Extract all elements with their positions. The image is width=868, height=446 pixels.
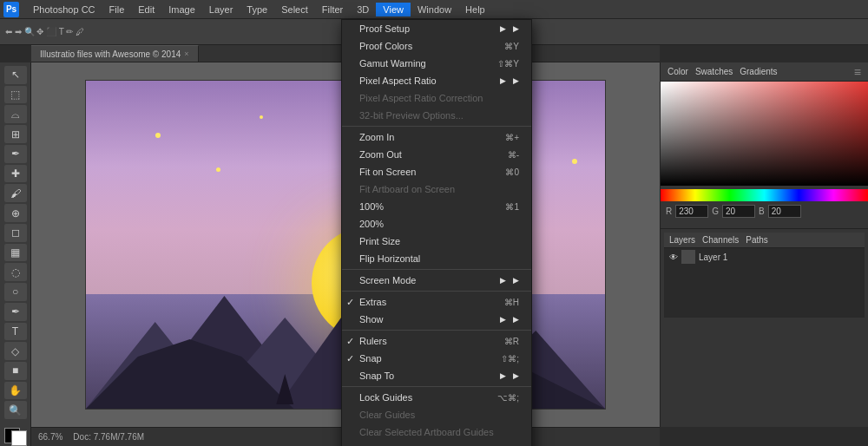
menu-item-label-snap: Snap: [359, 353, 501, 364]
menu-shortcut-rulers: ⌘R: [504, 337, 519, 346]
menu-item-screen-mode[interactable]: Screen Mode▶: [342, 272, 531, 289]
menu-item-label-200percent: 200%: [359, 219, 519, 229]
toolbar-breadcrumb: ⬅ ➡ 🔍 ✥ ⬛ T ✏ 🖊: [5, 27, 84, 36]
type-tool[interactable]: T: [4, 323, 27, 341]
move-tool[interactable]: ↖: [4, 66, 27, 84]
close-tab-button[interactable]: ×: [184, 49, 188, 58]
doc-info: Doc: 7.76M/7.76M: [73, 432, 144, 442]
menu-item-pixel-aspect-ratio-correction: Pixel Aspect Ratio Correction: [342, 89, 531, 107]
menu-separator: [342, 126, 531, 127]
menu-item-3d[interactable]: 3D: [350, 3, 376, 16]
menu-item-label-gamut-warning: Gamut Warning: [359, 58, 497, 69]
menu-separator: [342, 386, 531, 387]
menu-item-200percent[interactable]: 200%: [342, 215, 531, 233]
foreground-bg-colors[interactable]: [4, 428, 27, 446]
hand-tool[interactable]: ✋: [4, 382, 27, 400]
g-input[interactable]: [722, 205, 755, 218]
menu-item-select[interactable]: Select: [274, 3, 315, 16]
menu-item-zoom-in[interactable]: Zoom In⌘+: [342, 128, 531, 146]
menu-item-proof-setup[interactable]: Proof Setup▶: [342, 20, 531, 37]
menu-item-label-pixel-aspect-ratio-correction: Pixel Aspect Ratio Correction: [359, 93, 519, 103]
menu-item-ps[interactable]: Photoshop CC: [26, 3, 102, 16]
menu-item-print-size[interactable]: Print Size: [342, 233, 531, 250]
menu-item-gamut-warning[interactable]: Gamut Warning⇧⌘Y: [342, 55, 531, 72]
star: [155, 133, 161, 138]
layers-tab[interactable]: Layers: [669, 235, 695, 245]
menu-item-help[interactable]: Help: [458, 3, 492, 16]
menu-item-file[interactable]: File: [102, 3, 132, 16]
gradient-tool[interactable]: ▦: [4, 244, 27, 262]
menu-item-label-fit-on-screen: Fit on Screen: [359, 167, 505, 177]
layers-panel-area: Layers Channels Paths 👁 Layer 1: [661, 228, 868, 321]
submenu-arrow-show: ▶: [500, 315, 506, 324]
menu-item-lock-guides[interactable]: Lock Guides⌥⌘;: [342, 389, 531, 406]
menu-item-extras[interactable]: Extras⌘H: [342, 293, 531, 311]
menu-item-100percent[interactable]: 100%⌘1: [342, 198, 531, 215]
star: [216, 167, 220, 172]
menu-item-rulers[interactable]: Rulers⌘R: [342, 332, 531, 350]
eraser-tool[interactable]: ◻: [4, 224, 27, 242]
menu-item-show[interactable]: Show▶: [342, 311, 531, 328]
shape-tool[interactable]: ■: [4, 362, 27, 380]
paths-tab[interactable]: Paths: [746, 235, 768, 245]
menu-item-snap-to[interactable]: Snap To▶: [342, 367, 531, 384]
menu-item-type[interactable]: Type: [240, 3, 274, 16]
menu-item-label-show: Show: [359, 314, 496, 325]
menu-item-edit[interactable]: Edit: [131, 3, 161, 16]
menu-item-label-zoom-in: Zoom In: [359, 132, 505, 142]
menu-shortcut-gamut-warning: ⇧⌘Y: [497, 59, 519, 69]
submenu-arrow-pixel-aspect-ratio: ▶: [500, 76, 506, 85]
zoom-tool[interactable]: 🔍: [4, 401, 27, 419]
menu-item-label-print-size: Print Size: [359, 236, 519, 246]
menu-bar: Ps Photoshop CC File Edit Image Layer Ty…: [0, 0, 868, 19]
path-tool[interactable]: ◇: [4, 342, 27, 360]
brush-tool[interactable]: 🖌: [4, 184, 27, 202]
channels-tab[interactable]: Channels: [702, 235, 739, 245]
menu-item-zoom-out[interactable]: Zoom Out⌘-: [342, 146, 531, 163]
menu-shortcut-lock-guides: ⌥⌘;: [497, 393, 519, 403]
menu-item-label-snap-to: Snap To: [359, 371, 496, 381]
menu-item-filter[interactable]: Filter: [315, 3, 350, 16]
menu-item-image[interactable]: Image: [161, 3, 202, 16]
menu-item-fit-on-screen[interactable]: Fit on Screen⌘0: [342, 163, 531, 180]
menu-item-proof-colors[interactable]: Proof Colors⌘Y: [342, 37, 531, 55]
dodge-tool[interactable]: ○: [4, 283, 27, 301]
menu-item-pixel-aspect-ratio[interactable]: Pixel Aspect Ratio▶: [342, 72, 531, 89]
swatches-tab[interactable]: Swatches: [695, 67, 733, 76]
select-tool[interactable]: ⬚: [4, 86, 27, 104]
pen-tool[interactable]: ✒: [4, 303, 27, 321]
menu-item-view[interactable]: View: [376, 3, 411, 16]
healing-tool[interactable]: ✚: [4, 165, 27, 183]
layer-item[interactable]: 👁 Layer 1: [664, 248, 865, 266]
hue-slider[interactable]: [661, 189, 868, 201]
menu-item-label-proof-setup: Proof Setup: [359, 23, 496, 34]
eyedropper-tool[interactable]: ✒: [4, 145, 27, 163]
panel-menu-icon[interactable]: ≡: [854, 65, 861, 79]
blur-tool[interactable]: ◌: [4, 263, 27, 281]
lasso-tool[interactable]: ⌓: [4, 105, 27, 123]
menu-item-window[interactable]: Window: [411, 3, 458, 16]
color-picker-gradient[interactable]: [661, 82, 868, 186]
b-label: B: [759, 207, 765, 216]
clone-tool[interactable]: ⊕: [4, 204, 27, 222]
menu-item-label-screen-mode: Screen Mode: [359, 275, 496, 285]
r-input[interactable]: [675, 205, 708, 218]
menu-item-layer[interactable]: Layer: [202, 3, 240, 16]
color-gradient-field[interactable]: [661, 82, 868, 186]
gradients-tab[interactable]: Gradients: [740, 67, 777, 76]
menu-item-snap[interactable]: Snap⇧⌘;: [342, 350, 531, 367]
document-tab[interactable]: Illustratio files with Awesome © 2014 ×: [31, 45, 199, 62]
menu-item-fit-artboard: Fit Artboard on Screen: [342, 180, 531, 198]
menu-item-label-32bit-preview: 32-bit Preview Options...: [359, 110, 519, 121]
menu-shortcut-fit-on-screen: ⌘0: [505, 167, 519, 177]
right-panel-header: Color Swatches Gradients ≡: [661, 62, 868, 82]
layers-header: Layers Channels Paths: [664, 233, 865, 248]
b-input[interactable]: [768, 205, 801, 218]
crop-tool[interactable]: ⊞: [4, 125, 27, 143]
menu-item-label-clear-selected-artboard-guides: Clear Selected Artboard Guides: [359, 427, 519, 437]
view-dropdown-menu: Proof Setup▶Proof Colors⌘YGamut Warning⇧…: [341, 19, 532, 446]
color-tab[interactable]: Color: [667, 67, 688, 76]
layer-visibility-icon[interactable]: 👁: [669, 253, 678, 262]
menu-item-label-rulers: Rulers: [359, 336, 504, 346]
menu-item-flip-horizontal[interactable]: Flip Horizontal: [342, 250, 531, 267]
